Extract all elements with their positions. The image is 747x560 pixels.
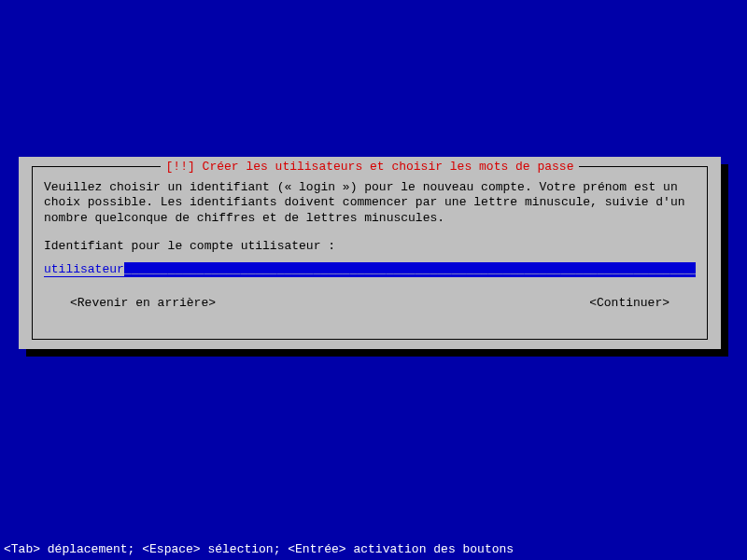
dialog-frame: [!!] Créer les utilisateurs et choisir l…	[32, 166, 708, 340]
title-bangs: [!!]	[166, 160, 195, 174]
dialog-title-wrap: [!!] Créer les utilisateurs et choisir l…	[33, 160, 707, 174]
username-input[interactable]: utilisateur_____________________________…	[44, 262, 696, 277]
input-prompt: Identifiant pour le compte utilisateur :	[44, 239, 696, 253]
input-filler: ________________________________________…	[124, 262, 696, 276]
title-text: Créer les utilisateurs et choisir les mo…	[203, 160, 574, 174]
footer-help: <Tab> déplacement; <Espace> sélection; <…	[4, 542, 514, 556]
back-button[interactable]: <Revenir en arrière>	[70, 296, 216, 310]
button-row: <Revenir en arrière> <Continuer>	[44, 296, 696, 310]
dialog: [!!] Créer les utilisateurs et choisir l…	[19, 157, 721, 349]
dialog-description: Veuillez choisir un identifiant (« login…	[44, 180, 696, 226]
continue-button[interactable]: <Continuer>	[589, 296, 669, 310]
username-input-value: utilisateur	[44, 262, 124, 276]
dialog-title: [!!] Créer les utilisateurs et choisir l…	[161, 160, 580, 174]
